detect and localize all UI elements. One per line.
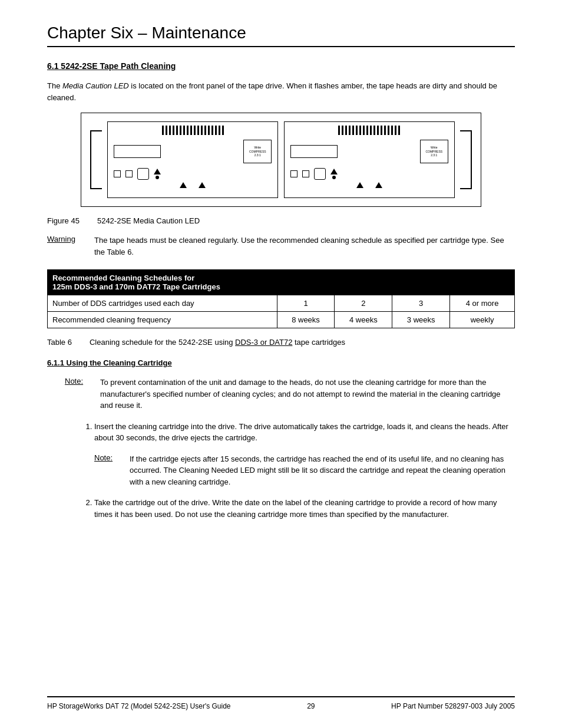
table-label: Table 6 — [47, 338, 72, 347]
note-2-text: If the cartridge ejects after 15 seconds… — [130, 453, 515, 488]
dot-right — [332, 176, 336, 179]
drive-slot-left — [114, 145, 161, 158]
tape-stripes-right — [336, 122, 402, 137]
chapter-title: Chapter Six – Maintenance — [47, 24, 515, 47]
note-1-row: Note: To prevent contamination of the un… — [47, 377, 515, 411]
figure-label: Figure 45 — [47, 216, 80, 225]
warning-label: Warning — [47, 235, 82, 258]
section-6-1: 6.1 5242-2SE Tape Path Cleaning The Medi… — [47, 61, 515, 347]
figure-caption: Figure 45 5242-2SE Media Caution LED — [47, 216, 515, 225]
footer-right: HP Part Number 528297-003 July 2005 — [391, 702, 515, 710]
arrow-up-left-2 — [199, 182, 206, 188]
drive-inner-right: Write COMPRESS 2.3:1 — [285, 137, 454, 166]
drive-slot-right — [290, 145, 338, 158]
row2-label: Recommended cleaning frequency — [48, 312, 277, 328]
tape-drive-right: Write COMPRESS 2.3:1 — [284, 121, 455, 198]
arrow-up-right-1 — [356, 182, 363, 188]
figure-45-diagram: Write COMPRESS 2.3:1 — [81, 113, 481, 207]
note-2-label: Note: — [94, 453, 118, 488]
arrow-indicators-right — [330, 169, 338, 179]
row1-col4: 4 or more — [450, 295, 515, 312]
list-item-2: Take the cartridge out of the drive. Wri… — [94, 497, 515, 520]
table-caption-text: Cleaning schedule for the 5242-2SE using… — [90, 338, 345, 347]
dot-left — [156, 176, 159, 179]
numbered-list: Insert the cleaning cartridge into the d… — [47, 421, 515, 444]
row2-col3: 3 weeks — [392, 312, 450, 328]
small-square-1 — [114, 170, 121, 177]
warning-row: Warning The tape heads must be cleaned r… — [47, 235, 515, 258]
warning-text: The tape heads must be cleaned regularly… — [94, 235, 515, 258]
eject-button-right — [314, 168, 326, 180]
drive-display-right: Write COMPRESS 2.3:1 — [420, 140, 448, 163]
row1-label: Number of DDS cartridges used each day — [48, 295, 277, 312]
drive-display-left: Write COMPRESS 2.3:1 — [243, 140, 272, 163]
row1-col1: 1 — [277, 295, 335, 312]
page-footer: HP StorageWorks DAT 72 (Model 5242-2SE) … — [47, 696, 515, 710]
small-square-2 — [125, 170, 133, 177]
arrow-up-right — [330, 169, 338, 174]
numbered-list-2: Take the cartridge out of the drive. Wri… — [47, 497, 515, 520]
bottom-arrows-right — [356, 182, 382, 190]
bracket-left — [90, 130, 102, 189]
note-2-row: Note: If the cartridge ejects after 15 s… — [47, 453, 515, 488]
drive-bottom-right — [285, 166, 454, 182]
arrow-up-left-1 — [180, 182, 187, 188]
footer-page-number: 29 — [307, 702, 315, 710]
eject-button — [137, 168, 149, 180]
tape-drive-left: Write COMPRESS 2.3:1 — [107, 121, 278, 198]
row1-col3: 3 — [392, 295, 450, 312]
bottom-arrows-left — [180, 182, 206, 190]
small-square-3 — [290, 170, 297, 177]
arrow-up-left — [154, 169, 161, 174]
note-1-label: Note: — [65, 377, 88, 411]
figure-caption-text: 5242-2SE Media Caution LED — [97, 216, 200, 225]
small-square-4 — [302, 170, 309, 177]
section-6-1-1-heading: 6.1.1 Using the Cleaning Cartridge — [47, 358, 515, 367]
list-item-1: Insert the cleaning cartridge into the d… — [94, 421, 515, 444]
table-header-row: Recommended Cleaning Schedules for 125m … — [48, 270, 515, 295]
section-6-1-body: The Media Caution LED is located on the … — [47, 80, 515, 103]
row2-col4: weekly — [450, 312, 515, 328]
footer-left: HP StorageWorks DAT 72 (Model 5242-2SE) … — [47, 702, 231, 710]
row2-col2: 4 weeks — [335, 312, 392, 328]
table-header-cell: Recommended Cleaning Schedules for 125m … — [48, 270, 515, 295]
note-1-text: To prevent contamination of the unit and… — [100, 377, 515, 411]
bracket-right — [460, 130, 472, 189]
drive-inner-left: Write COMPRESS 2.3:1 — [108, 137, 277, 166]
table-caption-link: DDS-3 or DAT72 — [235, 338, 292, 347]
cleaning-schedule-table: Recommended Cleaning Schedules for 125m … — [47, 269, 515, 328]
section-6-1-1: 6.1.1 Using the Cleaning Cartridge Note:… — [47, 358, 515, 520]
section-6-1-heading: 6.1 5242-2SE Tape Path Cleaning — [47, 61, 515, 71]
drive-bottom-left — [108, 166, 277, 182]
arrow-up-right-2 — [375, 182, 382, 188]
table-row-2: Recommended cleaning frequency 8 weeks 4… — [48, 312, 515, 328]
row2-col1: 8 weeks — [277, 312, 335, 328]
table-row-1: Number of DDS cartridges used each day 1… — [48, 295, 515, 312]
tape-stripes-left — [160, 122, 226, 137]
italic-led-label: Media Caution LED — [62, 81, 129, 90]
table-caption-row: Table 6 Cleaning schedule for the 5242-2… — [47, 338, 515, 347]
arrow-indicators-left — [154, 169, 161, 179]
row1-col2: 2 — [335, 295, 392, 312]
